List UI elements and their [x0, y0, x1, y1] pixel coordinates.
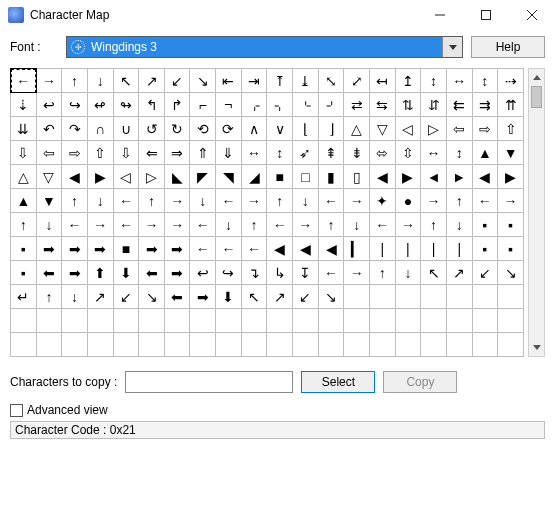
character-cell[interactable]: ↔: [241, 141, 267, 165]
character-cell[interactable]: [498, 285, 524, 309]
character-cell[interactable]: ▯: [344, 165, 370, 189]
character-cell[interactable]: [446, 333, 472, 357]
character-cell[interactable]: [164, 309, 190, 333]
character-cell[interactable]: [267, 309, 293, 333]
character-cell[interactable]: ⌊: [293, 117, 319, 141]
character-cell[interactable]: ⇅: [395, 93, 421, 117]
character-cell[interactable]: ◀: [472, 165, 498, 189]
character-cell[interactable]: [472, 309, 498, 333]
character-cell[interactable]: [241, 309, 267, 333]
character-cell[interactable]: ↖: [113, 69, 139, 93]
character-cell[interactable]: ⇈: [498, 93, 524, 117]
character-cell[interactable]: →: [164, 213, 190, 237]
character-cell[interactable]: ⇑: [190, 141, 216, 165]
character-cell[interactable]: ↫: [87, 93, 113, 117]
character-cell[interactable]: ➡: [164, 237, 190, 261]
character-cell[interactable]: [267, 333, 293, 357]
select-button[interactable]: Select: [301, 371, 375, 393]
character-cell[interactable]: ⇉: [472, 93, 498, 117]
character-cell[interactable]: ◥: [216, 165, 242, 189]
character-cell[interactable]: ■: [267, 165, 293, 189]
character-cell[interactable]: ↓: [216, 213, 242, 237]
character-cell[interactable]: ⬅: [164, 285, 190, 309]
character-cell[interactable]: ▼: [36, 189, 62, 213]
character-cell[interactable]: ◀: [267, 237, 293, 261]
character-cell[interactable]: ↔: [421, 141, 447, 165]
character-cell[interactable]: ▪: [498, 213, 524, 237]
character-cell[interactable]: →: [395, 213, 421, 237]
minimize-button[interactable]: [417, 0, 463, 30]
character-cell[interactable]: ←: [190, 213, 216, 237]
character-cell[interactable]: [113, 333, 139, 357]
character-cell[interactable]: ↕: [267, 141, 293, 165]
character-cell[interactable]: ⇳: [395, 141, 421, 165]
character-cell[interactable]: ↙: [472, 261, 498, 285]
character-cell[interactable]: ↑: [139, 189, 165, 213]
character-cell[interactable]: [190, 309, 216, 333]
character-cell[interactable]: ⇩: [11, 141, 37, 165]
character-cell[interactable]: [395, 309, 421, 333]
character-cell[interactable]: ←: [318, 261, 344, 285]
character-cell[interactable]: ⇥: [241, 69, 267, 93]
character-cell[interactable]: ▮: [318, 165, 344, 189]
character-cell[interactable]: ◤: [190, 165, 216, 189]
character-cell[interactable]: ↖: [421, 261, 447, 285]
character-cell[interactable]: [446, 285, 472, 309]
character-cell[interactable]: [113, 309, 139, 333]
character-cell[interactable]: ⇐: [139, 141, 165, 165]
character-cell[interactable]: [190, 333, 216, 357]
character-cell[interactable]: [36, 333, 62, 357]
character-cell[interactable]: [498, 333, 524, 357]
character-cell[interactable]: |: [395, 237, 421, 261]
vertical-scrollbar[interactable]: [528, 68, 545, 357]
character-cell[interactable]: ↗: [87, 285, 113, 309]
character-cell[interactable]: ⇦: [36, 141, 62, 165]
character-cell[interactable]: →: [87, 213, 113, 237]
character-cell[interactable]: ↑: [241, 213, 267, 237]
character-cell[interactable]: [395, 333, 421, 357]
character-cell[interactable]: ↗: [139, 69, 165, 93]
character-cell[interactable]: ▲: [472, 141, 498, 165]
character-cell[interactable]: ▷: [421, 117, 447, 141]
character-cell[interactable]: [139, 309, 165, 333]
character-cell[interactable]: ⇄: [344, 93, 370, 117]
close-button[interactable]: [509, 0, 555, 30]
character-cell[interactable]: ⬅: [139, 261, 165, 285]
character-cell[interactable]: ⌌: [241, 93, 267, 117]
character-cell[interactable]: [446, 309, 472, 333]
character-cell[interactable]: ◁: [113, 165, 139, 189]
character-cell[interactable]: ↩: [190, 261, 216, 285]
character-cell[interactable]: ▶: [395, 165, 421, 189]
character-cell[interactable]: ↗: [446, 261, 472, 285]
character-cell[interactable]: [344, 285, 370, 309]
character-cell[interactable]: ►: [446, 165, 472, 189]
character-cell[interactable]: ⇩: [113, 141, 139, 165]
character-cell[interactable]: [369, 309, 395, 333]
character-cell[interactable]: ↓: [344, 213, 370, 237]
character-cell[interactable]: ●: [395, 189, 421, 213]
character-cell[interactable]: ←: [267, 213, 293, 237]
character-cell[interactable]: ←: [113, 189, 139, 213]
scroll-down-button[interactable]: [529, 339, 544, 356]
character-cell[interactable]: ⇢: [498, 69, 524, 93]
character-cell[interactable]: |: [369, 237, 395, 261]
character-cell[interactable]: ↙: [113, 285, 139, 309]
character-cell[interactable]: ▪: [472, 237, 498, 261]
character-cell[interactable]: →: [164, 189, 190, 213]
character-cell[interactable]: ↑: [36, 285, 62, 309]
character-cell[interactable]: →: [293, 213, 319, 237]
character-cell[interactable]: ∪: [113, 117, 139, 141]
character-cell[interactable]: ➶: [293, 141, 319, 165]
character-cell[interactable]: ⬇: [113, 261, 139, 285]
character-cell[interactable]: ⌋: [318, 117, 344, 141]
character-cell[interactable]: ↓: [36, 213, 62, 237]
scroll-thumb[interactable]: [531, 86, 542, 108]
character-cell[interactable]: ⇵: [421, 93, 447, 117]
character-cell[interactable]: ⬆: [87, 261, 113, 285]
character-cell[interactable]: [421, 333, 447, 357]
character-cell[interactable]: ↓: [293, 189, 319, 213]
character-cell[interactable]: [216, 309, 242, 333]
character-cell[interactable]: ➡: [139, 237, 165, 261]
character-cell[interactable]: ⌍: [267, 93, 293, 117]
character-cell[interactable]: △: [11, 165, 37, 189]
